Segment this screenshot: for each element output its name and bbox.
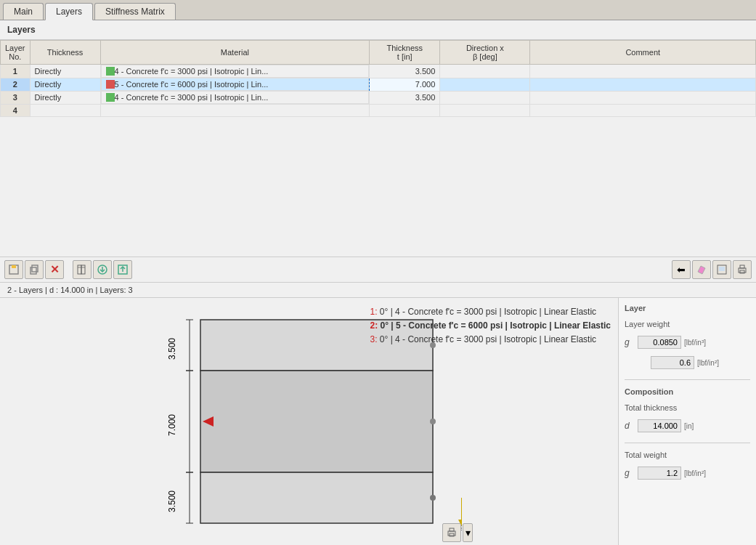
cell-direction xyxy=(440,65,530,78)
d-unit: [in] xyxy=(684,422,694,430)
legend-item-2: 2: 0° | 5 - Concrete f'c = 6000 psi | Is… xyxy=(370,319,611,333)
g3-row: g [lbf/in²] xyxy=(625,467,750,480)
copy-layer-button[interactable] xyxy=(25,260,44,279)
save-image-button[interactable] xyxy=(712,260,731,279)
cell-t-value: 7.000 xyxy=(370,78,440,91)
legend-num-3: 3: xyxy=(370,334,377,344)
import-button[interactable] xyxy=(93,260,112,279)
material-color-box xyxy=(106,93,115,102)
cell-direction xyxy=(440,91,530,105)
section-header: Layers xyxy=(0,20,756,40)
cell-material xyxy=(100,105,370,117)
g2-input[interactable] xyxy=(651,356,694,369)
add-layer-button[interactable] xyxy=(4,260,23,279)
prev-button[interactable]: ⬅ xyxy=(672,260,691,279)
cell-thickness xyxy=(30,105,100,117)
table-row[interactable]: 1Directly 4 - Concrete f'c = 3000 psi | … xyxy=(1,65,756,78)
svg-rect-41 xyxy=(450,528,454,531)
table-container[interactable]: LayerNo. Thickness Material Thicknesst [… xyxy=(0,40,756,257)
cell-material: 4 - Concrete f'c = 3000 psi | Isotropic … xyxy=(101,65,370,78)
svg-text:3.500: 3.500 xyxy=(167,338,177,360)
export-button[interactable] xyxy=(113,260,132,279)
cell-row-num: 4 xyxy=(1,105,31,117)
cell-comment xyxy=(530,65,756,78)
cell-material: 4 - Concrete f'c = 3000 psi | Isotropic … xyxy=(101,91,370,104)
col-comment: Comment xyxy=(530,41,756,65)
cell-t-value xyxy=(370,105,440,117)
svg-rect-14 xyxy=(719,267,725,271)
toolbar-right: ⬅ xyxy=(672,260,752,279)
cell-comment xyxy=(530,78,756,91)
d-row: d [in] xyxy=(625,419,750,432)
g1-input[interactable] xyxy=(638,336,681,349)
total-thickness-label: Total thickness xyxy=(625,403,750,412)
layers-table: LayerNo. Thickness Material Thicknesst [… xyxy=(0,40,756,117)
g1-row: g [lbf/in³] xyxy=(625,336,750,349)
diagram-print-area: ▾ xyxy=(442,523,473,542)
table-row[interactable]: 3Directly 4 - Concrete f'c = 3000 psi | … xyxy=(1,91,756,105)
svg-rect-3 xyxy=(32,265,38,272)
g2-unit: [lbf/in²] xyxy=(697,359,719,367)
cell-thickness: Directly xyxy=(30,91,100,105)
svg-rect-4 xyxy=(78,265,81,274)
print-button[interactable] xyxy=(733,260,752,279)
svg-text:3.500: 3.500 xyxy=(167,490,177,512)
tab-stiffness[interactable]: Stiffness Matrix xyxy=(94,3,176,20)
diagram-legend: 1: 0° | 4 - Concrete f'c = 3000 psi | Is… xyxy=(370,305,611,347)
tab-layers[interactable]: Layers xyxy=(45,3,93,20)
svg-rect-1 xyxy=(12,265,16,268)
tab-bar: Main Layers Stiffness Matrix xyxy=(0,0,756,20)
cell-comment xyxy=(530,91,756,105)
g3-label: g xyxy=(625,468,635,478)
svg-marker-12 xyxy=(698,266,705,274)
toolbar: ✕ ⬅ xyxy=(0,257,756,282)
layer-panel-title: Layer xyxy=(625,304,750,312)
svg-rect-20 xyxy=(200,472,433,523)
legend-item-1: 1: 0° | 4 - Concrete f'c = 3000 psi | Is… xyxy=(370,305,611,319)
cell-row-num: 1 xyxy=(1,65,31,78)
legend-text-1: 0° | 4 - Concrete f'c = 3000 psi | Isotr… xyxy=(380,307,596,317)
delete-layer-button[interactable]: ✕ xyxy=(45,260,64,279)
col-layer-no: LayerNo. xyxy=(1,41,31,65)
cell-direction xyxy=(440,78,530,91)
eraser-button[interactable] xyxy=(692,260,711,279)
d-label: d xyxy=(625,421,635,431)
g3-input[interactable] xyxy=(638,467,681,480)
material-color-box xyxy=(106,67,115,76)
g3-unit: [lbf/in²] xyxy=(684,469,706,477)
composition-title: Composition xyxy=(625,387,750,396)
svg-text:7.000: 7.000 xyxy=(167,414,177,436)
total-weight-label: Total weight xyxy=(625,451,750,459)
cell-t-value: 3.500 xyxy=(370,91,440,105)
cell-direction xyxy=(440,105,530,117)
col-thickness: Thickness xyxy=(30,41,100,65)
diagram-area: 3.500 7.000 3.500 xyxy=(0,298,618,545)
svg-rect-16 xyxy=(740,265,744,268)
table-row[interactable]: 4 xyxy=(1,105,756,117)
g2-row: [lbf/in²] xyxy=(625,356,750,369)
svg-rect-19 xyxy=(200,371,433,472)
status-bar: 2 - Layers | d : 14.000 in | Layers: 3 xyxy=(0,282,756,298)
d-input[interactable] xyxy=(638,419,681,432)
svg-rect-5 xyxy=(81,265,85,274)
diagram-print-button[interactable] xyxy=(442,523,461,542)
cell-t-value: 3.500 xyxy=(370,65,440,78)
material-color-box xyxy=(106,80,115,89)
tab-main[interactable]: Main xyxy=(3,3,44,20)
material-lib-button[interactable] xyxy=(73,260,92,279)
col-material: Material xyxy=(100,41,370,65)
divider-2 xyxy=(625,443,750,443)
right-panel: Layer Layer weight g [lbf/in³] [lbf/in²]… xyxy=(618,298,756,545)
g1-unit: [lbf/in³] xyxy=(684,339,706,347)
diagram-dropdown-button[interactable]: ▾ xyxy=(463,523,473,542)
table-row[interactable]: 2Directly 5 - Concrete f'c = 6000 psi | … xyxy=(1,78,756,91)
cell-thickness: Directly xyxy=(30,78,100,91)
col-t-in: Thicknesst [in] xyxy=(370,41,440,65)
divider-1 xyxy=(625,379,750,380)
svg-point-35 xyxy=(430,495,436,501)
g1-label: g xyxy=(625,337,635,347)
col-direction: Direction xβ [deg] xyxy=(440,41,530,65)
layer-weight-label: Layer weight xyxy=(625,320,750,328)
cell-comment xyxy=(530,105,756,117)
legend-num-2: 2: xyxy=(370,320,378,331)
